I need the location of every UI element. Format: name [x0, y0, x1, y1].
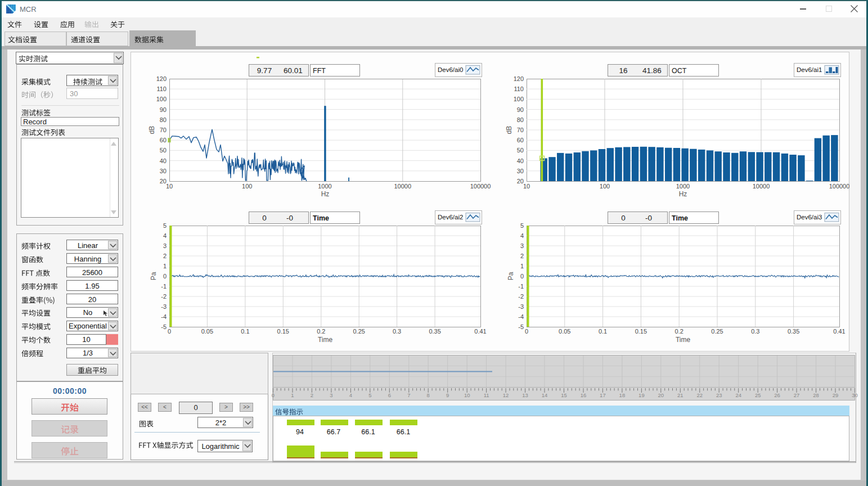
svg-text:50: 50: [160, 147, 167, 154]
svg-text:dB: dB: [148, 126, 156, 134]
svg-text:2: 2: [520, 253, 524, 259]
svg-text:Dev6/ai0: Dev6/ai0: [438, 66, 463, 73]
svg-text:Pa: Pa: [507, 272, 515, 280]
svg-text:100: 100: [242, 183, 252, 190]
svg-text:110: 110: [514, 86, 524, 92]
svg-text:0: 0: [168, 328, 171, 335]
svg-text:0.35: 0.35: [429, 328, 440, 335]
svg-text:7: 7: [407, 392, 410, 398]
svg-text:0.41: 0.41: [474, 328, 486, 335]
svg-text:120: 120: [514, 75, 524, 82]
svg-text:5: 5: [163, 222, 167, 229]
svg-text:-2: -2: [161, 293, 167, 300]
svg-text:8: 8: [427, 392, 430, 398]
svg-text:Time: Time: [313, 214, 329, 222]
svg-text:-1: -1: [161, 283, 167, 290]
svg-text:19: 19: [638, 392, 645, 398]
svg-text:3: 3: [163, 242, 167, 249]
svg-text:1000: 1000: [318, 183, 331, 190]
svg-text:0.3: 0.3: [751, 328, 759, 335]
svg-text:40: 40: [160, 158, 167, 164]
svg-text:0: 0: [621, 214, 626, 222]
svg-text:Dev6/ai1: Dev6/ai1: [797, 66, 822, 73]
svg-text:70: 70: [517, 127, 524, 133]
svg-text:1: 1: [163, 263, 167, 269]
svg-text:0.1: 0.1: [599, 328, 607, 335]
svg-text:0.2: 0.2: [317, 328, 325, 335]
svg-text:29: 29: [833, 392, 839, 398]
svg-text:24: 24: [735, 392, 741, 398]
svg-text:60.01: 60.01: [284, 66, 303, 75]
svg-text:-2: -2: [518, 293, 524, 300]
svg-text:3: 3: [520, 242, 524, 249]
svg-text:-4: -4: [161, 313, 167, 320]
svg-text:13: 13: [522, 392, 528, 398]
svg-text:2: 2: [163, 253, 167, 259]
svg-text:0.05: 0.05: [201, 328, 213, 335]
svg-text:-1: -1: [518, 283, 524, 290]
svg-text:1: 1: [520, 263, 524, 269]
svg-text:10: 10: [464, 392, 470, 398]
svg-text:Time: Time: [672, 214, 688, 222]
svg-text:-5: -5: [518, 323, 524, 330]
svg-text:30: 30: [160, 168, 167, 174]
svg-text:12: 12: [503, 392, 509, 398]
svg-text:80: 80: [517, 116, 524, 123]
svg-text:16: 16: [619, 66, 627, 75]
svg-text:Pa: Pa: [150, 272, 158, 280]
svg-text:30: 30: [517, 168, 524, 174]
svg-text:2: 2: [311, 392, 313, 398]
svg-text:-0: -0: [286, 214, 293, 222]
svg-text:0.35: 0.35: [788, 328, 799, 335]
svg-text:60: 60: [517, 137, 524, 143]
svg-text:30: 30: [852, 392, 858, 398]
svg-text:16: 16: [581, 392, 587, 398]
svg-text:110: 110: [156, 86, 167, 92]
svg-text:18: 18: [619, 392, 626, 398]
svg-text:10000: 10000: [753, 183, 770, 190]
svg-text:9.77: 9.77: [257, 66, 272, 75]
svg-text:50: 50: [517, 147, 524, 154]
svg-text:0.1: 0.1: [241, 328, 249, 335]
svg-text:22: 22: [697, 392, 703, 398]
svg-text:1000: 1000: [676, 183, 690, 190]
svg-text:1: 1: [291, 392, 294, 398]
svg-text:-3: -3: [518, 303, 524, 310]
svg-text:0.3: 0.3: [393, 328, 401, 335]
svg-text:-5: -5: [161, 323, 167, 330]
svg-text:14: 14: [542, 392, 548, 398]
svg-text:3: 3: [330, 392, 332, 398]
svg-text:0: 0: [520, 273, 524, 280]
svg-text:70: 70: [160, 127, 167, 133]
svg-text:0: 0: [163, 273, 167, 280]
svg-text:28: 28: [813, 392, 819, 398]
svg-text:0.2: 0.2: [675, 328, 683, 335]
svg-text:23: 23: [716, 392, 722, 398]
svg-text:17: 17: [600, 392, 606, 398]
svg-text:10: 10: [523, 183, 530, 190]
svg-text:4: 4: [349, 392, 352, 398]
svg-text:15: 15: [561, 392, 567, 398]
svg-text:27: 27: [794, 392, 800, 398]
svg-text:100: 100: [156, 96, 167, 102]
svg-text:OCT: OCT: [672, 67, 687, 75]
svg-text:10: 10: [166, 183, 173, 190]
svg-text:Dev6/ai3: Dev6/ai3: [797, 214, 822, 220]
svg-text:Time: Time: [676, 336, 691, 344]
svg-text:5: 5: [368, 392, 371, 398]
svg-text:dB: dB: [505, 126, 513, 134]
svg-text:80: 80: [160, 116, 167, 123]
svg-text:120: 120: [156, 75, 167, 82]
svg-text:100: 100: [514, 96, 524, 102]
svg-text:Dev6/ai2: Dev6/ai2: [438, 214, 463, 220]
svg-text:9: 9: [446, 392, 449, 398]
svg-text:-3: -3: [161, 303, 167, 310]
svg-text:20: 20: [658, 392, 664, 398]
svg-text:0.41: 0.41: [833, 328, 845, 335]
svg-text:90: 90: [160, 106, 167, 113]
svg-text:60: 60: [160, 137, 167, 143]
svg-text:21: 21: [677, 392, 683, 398]
svg-text:4: 4: [163, 232, 167, 239]
svg-text:0.15: 0.15: [277, 328, 289, 335]
svg-text:100000: 100000: [829, 183, 849, 190]
